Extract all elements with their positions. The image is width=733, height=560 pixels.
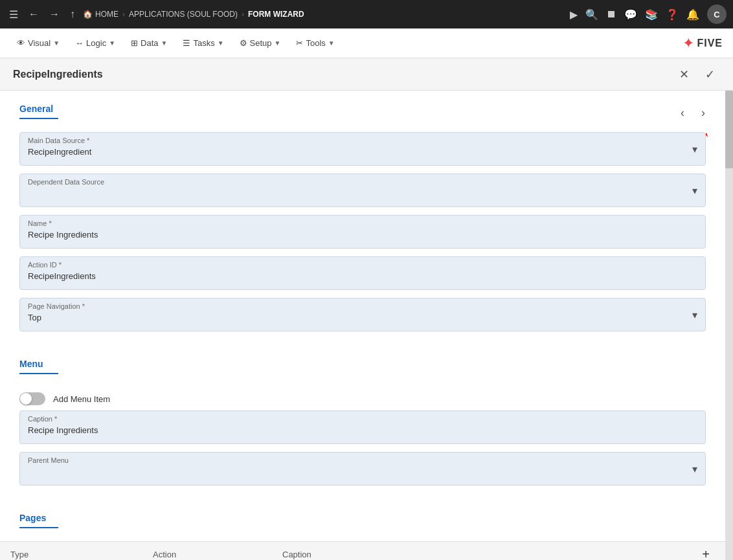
parent-menu-field: Parent Menu ▾ — [19, 452, 706, 486]
toggle-knob — [20, 393, 32, 405]
books-icon[interactable]: 📚 — [645, 8, 658, 21]
search-icon[interactable]: 🔍 — [585, 8, 598, 21]
main-data-source-label: Main Data Source * — [28, 137, 697, 144]
home-label[interactable]: HOME — [95, 10, 118, 19]
name-field: Name * Recipe Ingredients — [19, 215, 706, 249]
data-label: Data — [141, 38, 158, 48]
toolbar-item-tools[interactable]: ✂ Tools ▼ — [289, 34, 341, 52]
scrollbar-thumb[interactable] — [725, 91, 733, 168]
tools-icon: ✂ — [296, 38, 303, 48]
name-label: Name * — [28, 219, 697, 227]
toolbar-item-tasks[interactable]: ☰ Tasks ▼ — [176, 34, 230, 52]
type-column-header: Type — [10, 550, 153, 559]
tasks-label: Tasks — [193, 38, 214, 48]
main-data-source-dropdown-icon[interactable]: ▾ — [692, 143, 697, 155]
form-wizard-nav-item[interactable]: FORM WIZARD — [248, 10, 304, 19]
table-header-cols: Type Action Caption — [10, 550, 697, 559]
breadcrumb: 🏠 HOME › APPLICATIONS (SOUL FOOD) › FORM… — [83, 10, 565, 19]
caption-container[interactable]: Caption * Recipe Ingredients — [19, 410, 706, 444]
toolbar-item-logic[interactable]: ↔ Logic ▼ — [69, 34, 122, 52]
close-button[interactable]: ✕ — [673, 64, 694, 85]
confirm-button[interactable]: ✓ — [699, 64, 720, 85]
menu-icon[interactable]: ☰ — [6, 6, 21, 23]
page-title-bar: RecipeIngredients ✕ ✓ — [0, 58, 733, 91]
menu-section: Menu Add Menu Item Caption * Recipe Ingr… — [0, 346, 725, 500]
pages-table-header: Type Action Caption + — [0, 541, 725, 560]
logic-label: Logic — [86, 38, 106, 48]
visual-label: Visual — [28, 38, 51, 48]
name-container[interactable]: Name * Recipe Ingredients — [19, 215, 706, 249]
breadcrumb-sep-2: › — [242, 10, 244, 19]
stop-icon[interactable]: ⏹ — [606, 8, 616, 20]
name-value: Recipe Ingredients — [28, 229, 697, 241]
five-logo-text: FIVE — [697, 38, 723, 49]
app-nav-item[interactable]: APPLICATIONS (SOUL FOOD) — [129, 10, 238, 19]
tasks-arrow: ▼ — [218, 39, 224, 47]
scrollbar[interactable] — [725, 91, 733, 560]
content-area: ‹ › ↑ General Main Data Source * RecipeI… — [0, 91, 725, 560]
dependent-data-source-dropdown-icon[interactable]: ▾ — [692, 185, 697, 197]
setup-arrow: ▼ — [275, 39, 281, 47]
parent-menu-dropdown-icon[interactable]: ▾ — [692, 463, 697, 475]
forward-icon[interactable]: → — [47, 6, 62, 23]
five-logo-icon: ✦ — [682, 35, 694, 52]
prev-nav-button[interactable]: ‹ — [673, 104, 692, 122]
tools-arrow: ▼ — [328, 39, 335, 47]
home-nav-item[interactable]: 🏠 HOME — [83, 10, 118, 19]
play-icon[interactable]: ▶ — [570, 8, 578, 21]
action-id-value: RecipeIngredients — [28, 270, 697, 282]
next-nav-button[interactable]: › — [694, 104, 712, 122]
general-section: General Main Data Source * RecipeIngredi… — [0, 91, 725, 346]
caption-column-header: Caption — [282, 550, 697, 559]
dependent-data-source-container[interactable]: Dependent Data Source ▾ — [19, 174, 706, 207]
user-avatar[interactable]: C — [707, 5, 727, 24]
page-navigation-value: Top — [28, 311, 697, 324]
up-icon[interactable]: ↑ — [67, 6, 78, 23]
back-icon[interactable]: ← — [26, 6, 41, 23]
main-data-source-value: RecipeIngredient — [28, 146, 697, 158]
page-navigation-field: Page Navigation * Top ▾ — [19, 298, 706, 331]
data-arrow: ▼ — [161, 39, 168, 47]
action-column-header: Action — [153, 550, 282, 559]
tasks-icon: ☰ — [183, 38, 190, 48]
tools-label: Tools — [306, 38, 325, 48]
secondary-toolbar: 👁 Visual ▼ ↔ Logic ▼ ⊞ Data ▼ ☰ Tasks ▼ … — [0, 28, 733, 58]
nav-arrows: ‹ › — [673, 104, 712, 122]
visual-icon: 👁 — [17, 38, 25, 48]
help-icon[interactable]: ❓ — [666, 8, 679, 21]
add-row-button[interactable]: + — [697, 545, 715, 560]
page-navigation-container[interactable]: Page Navigation * Top ▾ — [19, 298, 706, 331]
parent-menu-container[interactable]: Parent Menu ▾ — [19, 452, 706, 486]
home-icon: 🏠 — [83, 10, 93, 19]
menu-section-header: Menu — [19, 359, 58, 374]
toolbar-item-visual[interactable]: 👁 Visual ▼ — [10, 34, 66, 52]
dependent-data-source-field: Dependent Data Source ▾ — [19, 174, 706, 207]
general-section-header: General — [19, 104, 58, 119]
dependent-data-source-value — [28, 187, 697, 190]
action-id-container[interactable]: Action ID * RecipeIngredients — [19, 256, 706, 290]
parent-menu-label: Parent Menu — [28, 456, 697, 464]
add-menu-item-toggle-row: Add Menu Item — [19, 387, 706, 410]
bell-icon[interactable]: 🔔 — [686, 8, 699, 21]
top-nav-right: ▶ 🔍 ⏹ 💬 📚 ❓ 🔔 C — [570, 5, 727, 24]
add-menu-item-label: Add Menu Item — [53, 394, 110, 404]
top-navigation: ☰ ← → ↑ 🏠 HOME › APPLICATIONS (SOUL FOOD… — [0, 0, 733, 28]
main-layout: ‹ › ↑ General Main Data Source * RecipeI… — [0, 91, 733, 560]
logic-icon: ↔ — [75, 38, 84, 48]
page-navigation-dropdown-icon[interactable]: ▾ — [692, 309, 697, 321]
toolbar-item-setup[interactable]: ⚙ Setup ▼ — [233, 34, 288, 52]
main-data-source-container[interactable]: Main Data Source * RecipeIngredient ▾ — [19, 132, 706, 166]
action-id-field: Action ID * RecipeIngredients — [19, 256, 706, 290]
main-data-source-field: Main Data Source * RecipeIngredient ▾ — [19, 132, 706, 166]
add-menu-item-toggle[interactable] — [19, 392, 45, 405]
breadcrumb-sep-1: › — [122, 10, 125, 19]
action-id-label: Action ID * — [28, 261, 697, 269]
dependent-data-source-label: Dependent Data Source — [28, 178, 697, 186]
parent-menu-value — [28, 465, 697, 468]
five-logo: ✦ FIVE — [682, 35, 723, 52]
caption-value: Recipe Ingredients — [28, 424, 697, 436]
title-actions: ✕ ✓ — [673, 64, 720, 85]
pages-section: Pages — [0, 500, 725, 541]
chat-icon[interactable]: 💬 — [624, 8, 637, 21]
toolbar-item-data[interactable]: ⊞ Data ▼ — [124, 34, 174, 52]
